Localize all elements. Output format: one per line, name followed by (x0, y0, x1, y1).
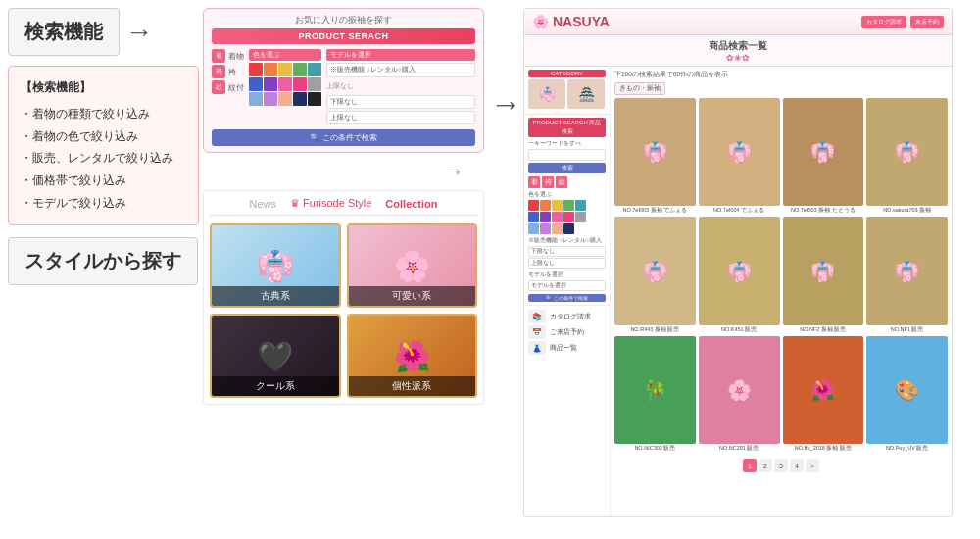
product-card-0[interactable]: 👘NO.7ef003 振袖 でふぇる (614, 98, 696, 214)
desc-item-2: ・着物の色で絞り込み (21, 125, 186, 148)
page-btn-0[interactable]: 1 (743, 459, 757, 472)
page-root: 検索機能 → 【検索機能】 ・着物の種類で絞り込み ・着物の色で絞り込み ・販売… (0, 0, 960, 519)
style-search-box: スタイルから探す (8, 237, 198, 285)
mid-color-swatch-3[interactable] (293, 63, 307, 76)
mode-dropdown-1[interactable]: ※販売機能 ○レンタル○購入 (326, 63, 475, 77)
ns-footer-item-0[interactable]: 📚 カタログ請求 (528, 310, 606, 323)
ns-color-swatch-10[interactable] (528, 223, 539, 234)
mid-color-swatch-0[interactable] (249, 63, 263, 76)
mode-dropdown-3[interactable]: 上限なし (326, 111, 475, 124)
product-card-2[interactable]: 👘NO.7ef003 振袖 たとうる (783, 98, 864, 214)
ns-type-icon-1: 袴 (542, 176, 554, 188)
visit-label: ご来店予約 (550, 328, 584, 337)
nav-btn-visit[interactable]: 来店予約 (910, 16, 944, 28)
product-card-11[interactable]: 🎨NO.Puy_UV 販売 (866, 336, 948, 452)
mid-color-swatch-14[interactable] (308, 92, 321, 106)
flower-deco: ✿❀✿ (524, 53, 952, 63)
ns-search-title: PRODUCT SEARCH 商品検索 (528, 118, 606, 137)
product-card-8[interactable]: 🎋NO.NIC302 販売 (614, 336, 696, 452)
tab-furisode-icon: ♛ (290, 197, 300, 209)
ns-dropdown-2[interactable]: 上限なし (528, 258, 606, 269)
product-card-5[interactable]: 👘NO.K451 販売 (699, 217, 780, 332)
product-img-1: 👘 (699, 98, 780, 206)
ns-color-swatch-3[interactable] (564, 200, 574, 211)
nav-btn-catalog[interactable]: カタログ請求 (861, 16, 906, 28)
mid-color-swatch-2[interactable] (278, 63, 292, 76)
color-col: 色を選ぶ (249, 49, 321, 124)
tab-furisode-style[interactable]: ♛ Furisode Style (290, 197, 371, 210)
ns-dropdown-model[interactable]: モデルを選択 (528, 280, 606, 291)
product-card-7[interactable]: 👘NO.NF1 販売 (866, 217, 948, 332)
nasuya-header: 🌸 NASUYA カタログ請求 来店予約 (524, 9, 952, 35)
search-feature-row: 検索機能 → (8, 8, 199, 56)
ns-color-swatch-8[interactable] (564, 212, 574, 222)
page-btn-3[interactable]: 4 (790, 459, 804, 472)
thumb-0: 👘 (528, 79, 565, 109)
mid-color-swatch-12[interactable] (278, 92, 292, 106)
mid-color-swatch-4[interactable] (308, 63, 321, 76)
ns-footer-icons: 📚 カタログ請求 📅 ご来店予約 👗 商品一覧 (524, 305, 610, 359)
ns-color-swatch-11[interactable] (540, 223, 551, 234)
mid-color-swatch-1[interactable] (264, 63, 277, 76)
mid-color-swatch-8[interactable] (293, 77, 307, 91)
product-card-1[interactable]: 👘NO.7ef004 でふぇる (699, 98, 780, 214)
style-card-3[interactable]: 🌺 個性派系 (347, 314, 478, 398)
filter-chip-0[interactable]: きもの・振袖 (614, 82, 665, 95)
ns-footer-item-1[interactable]: 📅 ご来店予約 (528, 325, 606, 339)
color-label: 色を選ぶ (528, 190, 606, 199)
ns-search-btn-2[interactable]: 🔍 この条件で検索 (528, 294, 606, 302)
desc-title: 【検索機能】 (21, 76, 186, 99)
ns-color-swatch-9[interactable] (575, 212, 586, 222)
page-btn-4[interactable]: > (806, 459, 819, 472)
mode-dropdown-2[interactable]: 下限なし (326, 95, 475, 109)
nasuya-main: 下100の検索結果で60件の商品を表示 きもの・振袖 👘NO.7ef003 振袖… (611, 67, 952, 516)
search-button[interactable]: 🔍 この条件で検索 (212, 129, 475, 146)
ns-color-swatch-5[interactable] (528, 212, 539, 222)
nasuya-title-section: 商品検索一覧 ✿❀✿ (524, 35, 952, 67)
mid-color-swatch-11[interactable] (264, 92, 277, 106)
style-label-1: 可愛い系 (349, 286, 476, 306)
ns-search-btn[interactable]: 検索 (528, 163, 606, 173)
type-col: 着 着物 袴 袴 紋 紋付 (212, 49, 244, 124)
tab-collection[interactable]: Collection (385, 198, 437, 210)
filter-chip-row: きもの・振袖 (614, 82, 948, 95)
ns-color-swatch-4[interactable] (575, 200, 586, 211)
ns-color-swatch-13[interactable] (564, 223, 574, 234)
page-btn-2[interactable]: 3 (774, 459, 788, 472)
style-card-1[interactable]: 🌸 可愛い系 (347, 223, 478, 308)
product-card-4[interactable]: 👘NO.R443 振袖 販売 (614, 217, 696, 332)
ns-color-swatch-1[interactable] (540, 200, 551, 211)
nasuya-brand-icon: 🌸 (532, 14, 549, 29)
product-card-10[interactable]: 🌺NO.ffu_2018 振袖 販売 (783, 336, 864, 452)
mid-color-swatch-9[interactable] (308, 77, 321, 91)
right-column: 🌸 NASUYA カタログ請求 来店予約 商品検索一覧 ✿❀✿ (523, 8, 953, 517)
product-card-9[interactable]: 🌸NO.NC291 販売 (699, 336, 780, 452)
search-top-text: お気に入りの振袖を探す (212, 15, 475, 26)
keyword-label: 一キーワードをすべ (528, 139, 606, 148)
ns-color-swatch-2[interactable] (552, 200, 563, 211)
ns-color-swatch-6[interactable] (540, 212, 551, 222)
product-img-4: 👘 (614, 217, 696, 324)
style-card-2[interactable]: 🖤 クール系 (210, 314, 341, 398)
ns-dropdown-1[interactable]: 下限なし (528, 246, 606, 257)
thumb-1: 🏯 (567, 79, 605, 109)
ns-footer-item-2[interactable]: 👗 商品一覧 (528, 341, 606, 355)
mid-color-swatch-5[interactable] (249, 77, 263, 91)
style-card-0[interactable]: 👘 古典系 (210, 223, 341, 308)
product-card-3[interactable]: 👘NO.sakura703 振袖 (866, 98, 948, 214)
product-img-7: 👘 (866, 217, 948, 324)
ns-color-swatch-0[interactable] (528, 200, 539, 211)
big-right-arrow-icon: → (490, 86, 521, 122)
type-icon-hakama: 袴 (212, 65, 225, 78)
ns-color-swatch-12[interactable] (552, 223, 563, 234)
page-btn-1[interactable]: 2 (759, 459, 772, 472)
product-card-6[interactable]: 👘NO.NF2 振袖 販売 (783, 217, 864, 332)
product-grid: 👘NO.7ef003 振袖 でふぇる👘NO.7ef004 でふぇる👘NO.7ef… (614, 98, 948, 452)
mid-color-swatch-10[interactable] (249, 92, 263, 106)
mid-color-swatch-7[interactable] (278, 77, 292, 91)
mid-color-swatch-13[interactable] (293, 92, 307, 106)
tab-news[interactable]: News (249, 198, 276, 210)
mid-color-swatch-6[interactable] (264, 77, 277, 91)
ns-color-swatch-7[interactable] (552, 212, 563, 222)
keyword-input[interactable] (528, 149, 606, 161)
